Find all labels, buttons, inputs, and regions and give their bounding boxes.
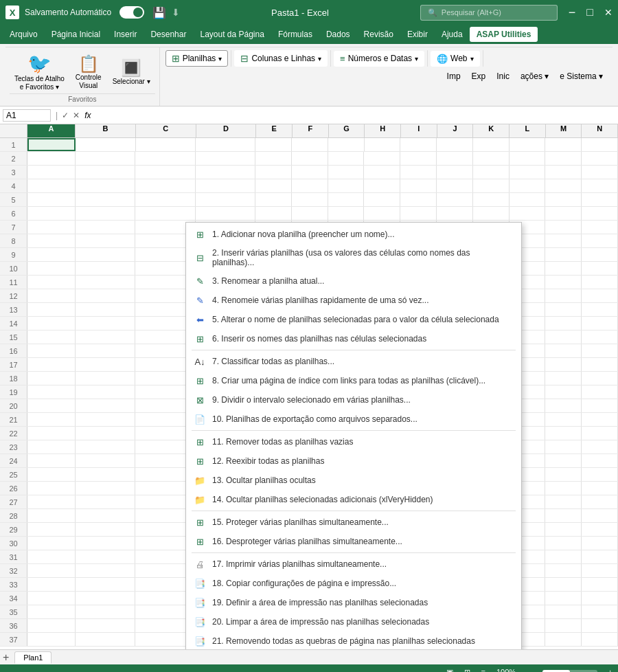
dropdown-item[interactable]: ⊠ 9. Dividir o intervalo selecionado em … (186, 390, 521, 410)
maximize-btn[interactable]: □ (586, 6, 593, 19)
cell-reference[interactable] (3, 109, 51, 122)
cell[interactable] (76, 207, 135, 220)
cell[interactable] (545, 152, 582, 165)
zoom-in[interactable]: + (608, 668, 613, 672)
cell[interactable] (135, 152, 195, 165)
view-normal[interactable]: ▣ (446, 668, 453, 673)
cell[interactable] (545, 331, 582, 344)
cell[interactable] (545, 248, 582, 261)
cell[interactable] (510, 152, 546, 165)
cell[interactable] (292, 179, 328, 192)
cell[interactable] (400, 179, 437, 192)
formula-input[interactable] (93, 111, 615, 120)
cell[interactable] (27, 482, 76, 495)
cell[interactable] (582, 413, 618, 426)
view-preview[interactable]: ≡ (481, 668, 485, 672)
cell[interactable] (437, 179, 473, 192)
zoom-out[interactable]: − (527, 668, 531, 672)
cell[interactable] (582, 358, 618, 371)
dropdown-item[interactable]: ⬅ 5. Alterar o nome de planilhas selecio… (186, 310, 521, 329)
dropdown-item[interactable]: ⊞ 16. Desproteger várias planilhas simul… (186, 532, 521, 551)
cell[interactable] (76, 221, 135, 234)
cell[interactable] (27, 385, 76, 399)
cell[interactable] (582, 605, 618, 618)
cell[interactable] (582, 619, 618, 632)
cell[interactable] (328, 166, 365, 179)
view-layout[interactable]: ⊞ (464, 668, 470, 673)
cell[interactable] (135, 207, 195, 220)
close-btn[interactable]: ✕ (604, 7, 613, 18)
acoes-btn[interactable]: ações ▾ (516, 69, 553, 83)
cell[interactable] (545, 262, 582, 275)
cell[interactable] (545, 523, 582, 536)
cell[interactable] (76, 317, 135, 330)
cell[interactable] (27, 138, 76, 151)
cell[interactable] (76, 564, 135, 577)
cell[interactable] (545, 468, 582, 481)
cell[interactable] (76, 358, 135, 371)
cell[interactable] (582, 592, 618, 605)
cell[interactable] (473, 207, 510, 220)
cell[interactable] (27, 509, 76, 522)
save-icon[interactable]: 💾 (152, 6, 166, 19)
search-box[interactable]: 🔍 Pesquisar (Alt+G) (420, 5, 558, 21)
cell[interactable] (76, 427, 135, 440)
cell[interactable] (76, 262, 135, 275)
cell[interactable] (582, 193, 618, 206)
cell[interactable] (255, 138, 292, 151)
cell[interactable] (364, 193, 400, 206)
dropdown-item[interactable]: 🖨 17. Imprimir várias planilhas simultan… (186, 555, 521, 574)
cell[interactable] (582, 578, 618, 591)
dropdown-item[interactable]: ✎ 3. Renomear a planilha atual... (186, 271, 521, 291)
cell[interactable] (27, 523, 76, 536)
menu-layout[interactable]: Layout da Página (193, 27, 271, 42)
cell[interactable] (76, 248, 135, 261)
cell[interactable] (135, 193, 195, 206)
cell[interactable] (27, 193, 76, 206)
cell[interactable] (27, 550, 76, 563)
cell[interactable] (27, 592, 76, 605)
cell[interactable] (545, 454, 582, 467)
cell[interactable] (27, 331, 76, 344)
cell[interactable] (582, 537, 618, 550)
cell[interactable] (76, 385, 135, 399)
cell[interactable] (545, 385, 582, 399)
cell[interactable] (545, 633, 582, 646)
cell[interactable] (582, 633, 618, 646)
cell[interactable] (27, 262, 76, 275)
cell[interactable] (545, 605, 582, 618)
cell[interactable] (328, 207, 365, 220)
cell[interactable] (364, 166, 400, 179)
dropdown-item[interactable]: ⊞ 11. Remover todas as planilhas vazias (186, 432, 521, 451)
cell[interactable] (27, 633, 76, 646)
dropdown-item[interactable]: ⊞ 1. Adicionar nova planilha (preencher … (186, 225, 521, 244)
cell[interactable] (196, 207, 255, 220)
cell[interactable] (27, 537, 76, 550)
cell[interactable] (473, 138, 510, 151)
cell[interactable] (545, 413, 582, 426)
menu-exibir[interactable]: Exibir (400, 27, 435, 42)
cell[interactable] (76, 179, 135, 192)
cell[interactable] (582, 454, 618, 467)
cell[interactable] (582, 303, 618, 316)
cell[interactable] (582, 234, 618, 247)
cell[interactable] (27, 427, 76, 440)
cell[interactable] (437, 207, 473, 220)
dropdown-item[interactable]: ⊞ 8. Criar uma página de índice com link… (186, 371, 521, 390)
cell[interactable] (76, 523, 135, 536)
cell[interactable] (76, 413, 135, 426)
cell[interactable] (545, 221, 582, 234)
cell[interactable] (196, 179, 255, 192)
cell[interactable] (545, 578, 582, 591)
cross-mark[interactable]: ✕ (73, 111, 80, 120)
cell[interactable] (255, 179, 292, 192)
cell[interactable] (545, 550, 582, 563)
dropdown-item[interactable]: 📑 20. Limpar a área de impressão nas pla… (186, 612, 521, 631)
cell[interactable] (545, 619, 582, 632)
menu-asap[interactable]: ASAP Utilities (470, 27, 538, 42)
autosave-toggle[interactable] (119, 6, 144, 19)
cell[interactable] (582, 509, 618, 522)
cell[interactable] (582, 550, 618, 563)
colunas-linhas-btn[interactable]: ⊟ Colunas e Linhas ▾ (234, 50, 328, 67)
cell[interactable] (76, 605, 135, 618)
